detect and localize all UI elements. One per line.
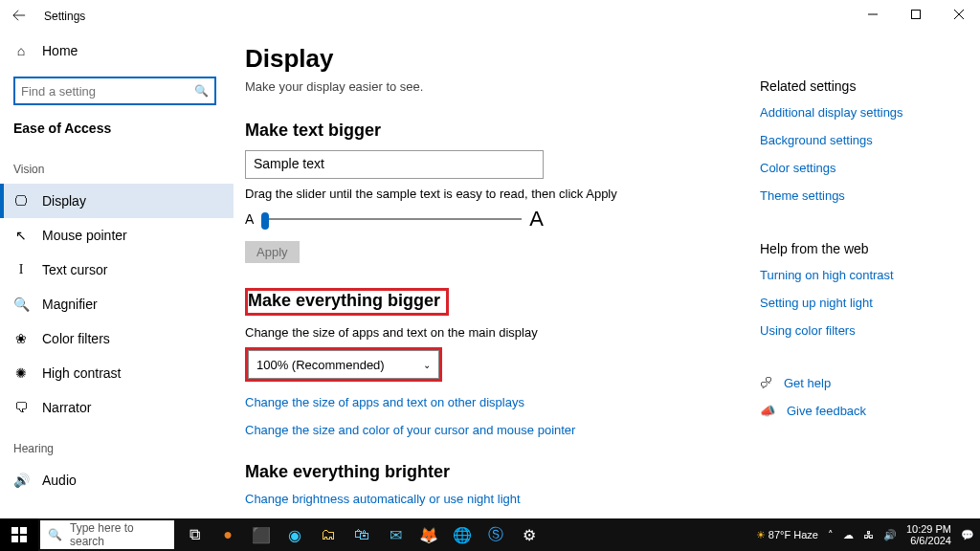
feedback-icon: 📣 bbox=[760, 404, 775, 418]
right-pane: Related settings Additional display sett… bbox=[760, 33, 980, 518]
search-input[interactable]: 🔍 bbox=[13, 77, 216, 105]
home-label: Home bbox=[42, 43, 78, 58]
taskbar-time: 10:29 PM bbox=[906, 523, 951, 535]
windows-icon bbox=[11, 527, 27, 542]
page-title: Display bbox=[245, 44, 760, 74]
sidebar-item-label: Mouse pointer bbox=[42, 228, 127, 243]
text-size-slider[interactable] bbox=[261, 218, 522, 220]
sidebar-item-audio[interactable]: 🔊 Audio bbox=[0, 463, 234, 497]
scale-value: 100% (Recommended) bbox=[256, 358, 385, 372]
link-brightness[interactable]: Change brightness automatically or use n… bbox=[245, 492, 760, 506]
link-color-filters[interactable]: Using color filters bbox=[760, 323, 961, 338]
link-color-settings[interactable]: Color settings bbox=[760, 161, 961, 175]
sidebar-item-label: Color filters bbox=[42, 331, 110, 346]
link-cursor-pointer[interactable]: Change the size and color of your cursor… bbox=[245, 423, 760, 437]
sidebar-item-label: Narrator bbox=[42, 400, 91, 415]
home-icon: ⌂ bbox=[13, 43, 29, 58]
minimize-button[interactable] bbox=[851, 0, 894, 29]
link-theme-settings[interactable]: Theme settings bbox=[760, 188, 961, 203]
taskbar-skype[interactable]: Ⓢ bbox=[479, 518, 512, 551]
sidebar-item-magnifier[interactable]: 🔍 Magnifier bbox=[0, 287, 234, 321]
sidebar-item-mouse-pointer[interactable]: ↖ Mouse pointer bbox=[0, 218, 234, 253]
svg-rect-1 bbox=[11, 527, 18, 534]
sidebar-item-label: Display bbox=[42, 193, 86, 209]
window-title: Settings bbox=[44, 10, 85, 23]
start-button[interactable] bbox=[0, 518, 38, 551]
search-field[interactable] bbox=[21, 84, 194, 99]
link-other-displays[interactable]: Change the size of apps and text on othe… bbox=[245, 395, 760, 409]
tray-volume-icon[interactable]: 🔊 bbox=[883, 529, 897, 541]
sidebar-home[interactable]: ⌂ Home bbox=[0, 33, 234, 69]
scale-dropdown[interactable]: 100% (Recommended) ⌄ bbox=[248, 350, 439, 379]
taskbar-edge[interactable]: ◉ bbox=[278, 518, 311, 551]
apply-button[interactable]: Apply bbox=[245, 241, 300, 263]
help-icon: 🗪 bbox=[760, 376, 772, 390]
taskbar-app-1[interactable]: ● bbox=[212, 518, 244, 551]
sidebar-item-high-contrast[interactable]: ✺ High contrast bbox=[0, 356, 234, 390]
link-background-settings[interactable]: Background settings bbox=[760, 133, 961, 147]
page-subtitle: Make your display easier to see. bbox=[245, 79, 760, 94]
everything-bigger-sub: Change the size of apps and text on the … bbox=[245, 325, 760, 340]
svg-rect-3 bbox=[11, 536, 18, 542]
sidebar-item-color-filters[interactable]: ❀ Color filters bbox=[0, 321, 234, 356]
narrator-icon: 🗨 bbox=[13, 400, 29, 415]
sidebar-item-label: Text cursor bbox=[42, 262, 107, 277]
related-settings-head: Related settings bbox=[760, 78, 961, 94]
tray-network-icon[interactable]: 🖧 bbox=[863, 529, 874, 540]
back-button[interactable] bbox=[0, 9, 38, 25]
get-help-row[interactable]: 🗪 Get help bbox=[760, 376, 961, 390]
magnifier-icon: 🔍 bbox=[13, 297, 29, 312]
weather-widget[interactable]: ☀ 87°F Haze bbox=[756, 529, 818, 541]
sidebar-item-label: High contrast bbox=[42, 365, 121, 381]
slider-thumb[interactable] bbox=[261, 212, 269, 230]
display-icon: 🖵 bbox=[13, 193, 29, 209]
taskbar-store[interactable]: 🛍 bbox=[345, 518, 378, 551]
feedback-label: Give feedback bbox=[787, 404, 866, 418]
tray-chevron-icon[interactable]: ˄ bbox=[828, 529, 834, 541]
maximize-button[interactable] bbox=[894, 0, 937, 29]
sidebar-item-text-cursor[interactable]: I Text cursor bbox=[0, 253, 234, 287]
taskbar: 🔍 Type here to search ⧉ ● ⬛ ◉ 🗂 🛍 ✉ 🦊 🌐 … bbox=[0, 518, 980, 551]
mouse-icon: ↖ bbox=[13, 228, 29, 243]
link-night-light[interactable]: Setting up night light bbox=[760, 296, 961, 310]
content: Display Make your display easier to see.… bbox=[234, 33, 760, 518]
section-title: Ease of Access bbox=[0, 115, 234, 145]
link-high-contrast[interactable]: Turning on high contrast bbox=[760, 268, 961, 282]
title-bar: Settings bbox=[0, 0, 980, 33]
minimize-icon bbox=[868, 10, 878, 19]
taskbar-settings[interactable]: ⚙ bbox=[513, 518, 546, 551]
sidebar-item-label: Audio bbox=[42, 473, 77, 488]
taskbar-search-placeholder: Type here to search bbox=[70, 521, 167, 548]
link-additional-display[interactable]: Additional display settings bbox=[760, 105, 961, 120]
close-button[interactable] bbox=[937, 0, 980, 29]
tray-onedrive-icon[interactable]: ☁ bbox=[843, 529, 854, 541]
task-view-icon[interactable]: ⧉ bbox=[178, 518, 211, 551]
taskbar-firefox[interactable]: 🦊 bbox=[412, 518, 445, 551]
svg-rect-2 bbox=[20, 527, 27, 534]
taskbar-chrome[interactable]: 🌐 bbox=[446, 518, 479, 551]
maximize-icon bbox=[911, 10, 921, 19]
close-icon bbox=[954, 10, 964, 19]
slider-label-large: A bbox=[529, 207, 544, 231]
notifications-icon[interactable]: 💬 bbox=[961, 529, 974, 541]
section-brighter-title: Make everything brighter bbox=[245, 462, 760, 482]
taskbar-explorer[interactable]: 🗂 bbox=[312, 518, 345, 551]
arrow-left-icon bbox=[12, 9, 26, 22]
highlight-box-dropdown: 100% (Recommended) ⌄ bbox=[245, 347, 442, 382]
taskbar-clock[interactable]: 10:29 PM 6/6/2024 bbox=[906, 523, 951, 546]
give-feedback-row[interactable]: 📣 Give feedback bbox=[760, 404, 961, 418]
search-icon: 🔍 bbox=[194, 84, 209, 98]
get-help-label: Get help bbox=[784, 376, 831, 390]
highlight-box-title: Make everything bigger bbox=[245, 288, 449, 316]
taskbar-mail[interactable]: ✉ bbox=[379, 518, 412, 551]
color-filters-icon: ❀ bbox=[13, 331, 29, 346]
help-from-web-head: Help from the web bbox=[760, 241, 961, 256]
sidebar-item-display[interactable]: 🖵 Display bbox=[0, 184, 234, 218]
taskbar-search[interactable]: 🔍 Type here to search bbox=[40, 520, 174, 549]
high-contrast-icon: ✺ bbox=[13, 365, 29, 381]
taskbar-app-2[interactable]: ⬛ bbox=[245, 518, 278, 551]
sidebar: ⌂ Home 🔍 Ease of Access Vision 🖵 Display… bbox=[0, 33, 234, 518]
svg-rect-0 bbox=[911, 11, 920, 19]
sidebar-item-narrator[interactable]: 🗨 Narrator bbox=[0, 390, 234, 425]
slider-label-small: A bbox=[245, 211, 254, 227]
